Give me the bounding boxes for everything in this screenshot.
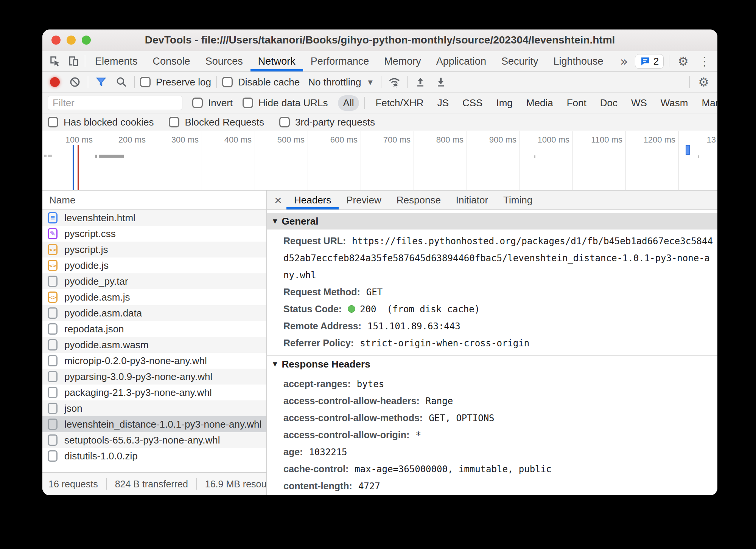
timeline-tick-label: 800 ms xyxy=(414,135,464,145)
filter-toggle-button[interactable] xyxy=(93,74,109,90)
requests-list: ≡levenshtein.html✎pyscript.css<>pyscript… xyxy=(42,210,266,472)
has-blocked-cookies-checkbox[interactable] xyxy=(48,117,58,127)
clear-network-log-button[interactable] xyxy=(67,74,82,90)
hide-data-urls-option: Hide data URLs xyxy=(243,97,328,109)
network-settings-gear-icon[interactable]: ⚙ xyxy=(695,75,712,89)
request-row[interactable]: pyodide.asm.wasm xyxy=(42,337,266,353)
third-party-requests-option: 3rd-party requests xyxy=(279,116,375,128)
tab-elements[interactable]: Elements xyxy=(87,51,145,71)
issues-counter[interactable]: 2 xyxy=(635,54,664,69)
request-row[interactable]: ≡levenshtein.html xyxy=(42,210,266,226)
tab-console[interactable]: Console xyxy=(145,51,198,71)
request-row[interactable]: pyparsing-3.0.9-py3-none-any.whl xyxy=(42,369,266,385)
request-row[interactable]: distutils-1.0.0.zip xyxy=(42,448,266,464)
timeline-tick-label: 600 ms xyxy=(308,135,358,145)
request-row[interactable]: pyodide_py.tar xyxy=(42,273,266,289)
divider xyxy=(689,76,690,88)
request-row[interactable]: json xyxy=(42,400,266,416)
divider xyxy=(216,76,217,88)
generic-file-icon xyxy=(48,371,58,382)
network-conditions-button[interactable] xyxy=(387,74,402,90)
timeline-tick-label: 100 ms xyxy=(44,135,93,145)
tab-network[interactable]: Network xyxy=(250,51,303,71)
detail-tab-initiator[interactable]: Initiator xyxy=(448,191,496,209)
tab-performance[interactable]: Performance xyxy=(303,51,377,71)
filter-type-fetch-xhr[interactable]: Fetch/XHR xyxy=(370,95,429,111)
request-row[interactable]: levenshtein_distance-1.0.1-py3-none-any.… xyxy=(42,416,266,432)
request-row[interactable]: micropip-0.2.0-py3-none-any.whl xyxy=(42,353,266,369)
request-row[interactable]: repodata.json xyxy=(42,321,266,337)
more-tabs-chevron-icon[interactable]: » xyxy=(617,54,631,69)
kebab-menu-icon[interactable]: ⋮ xyxy=(695,54,714,68)
blocked-requests-checkbox[interactable] xyxy=(169,117,179,127)
timeline-tick-label: 1100 ms xyxy=(573,135,622,145)
import-har-button[interactable] xyxy=(413,74,428,90)
response-header-rows: accept-ranges:bytesaccess-control-allow-… xyxy=(267,375,717,495)
detail-tab-timing[interactable]: Timing xyxy=(496,191,540,209)
disable-cache-label: Disable cache xyxy=(238,76,300,88)
network-overview-timeline[interactable]: 100 ms200 ms300 ms400 ms500 ms600 ms700 … xyxy=(42,131,717,191)
divider xyxy=(106,478,107,490)
generic-file-icon xyxy=(48,450,58,462)
request-row[interactable]: <>pyscript.js xyxy=(42,242,266,257)
tab-memory[interactable]: Memory xyxy=(376,51,429,71)
tab-lighthouse[interactable]: Lighthouse xyxy=(546,51,611,71)
response-headers-section-header[interactable]: ▼ Response Headers xyxy=(267,356,717,372)
general-section-header[interactable]: ▼ General xyxy=(267,213,717,230)
timeline-gridline xyxy=(467,131,467,190)
detail-tab-response[interactable]: Response xyxy=(389,191,448,209)
filter-type-js[interactable]: JS xyxy=(432,95,454,111)
request-row[interactable]: setuptools-65.6.3-py3-none-any.whl xyxy=(42,432,266,448)
filter-type-font[interactable]: Font xyxy=(562,95,592,111)
throttling-select[interactable]: No throttling ▼ xyxy=(305,76,376,88)
summary-resources: 16.9 MB resources xyxy=(205,479,266,490)
filter-type-doc[interactable]: Doc xyxy=(595,95,623,111)
filter-type-img[interactable]: Img xyxy=(491,95,518,111)
preserve-log-checkbox[interactable] xyxy=(140,77,151,87)
divider xyxy=(381,76,381,88)
request-row[interactable]: packaging-21.3-py3-none-any.whl xyxy=(42,385,266,400)
export-har-button[interactable] xyxy=(433,74,448,90)
generic-file-icon xyxy=(48,434,58,446)
timeline-activity-mark xyxy=(534,155,535,158)
timeline-selected-request-bar xyxy=(686,145,690,155)
name-column-header[interactable]: Name xyxy=(42,191,266,210)
detail-tab-headers[interactable]: Headers xyxy=(286,191,339,209)
filter-type-ws[interactable]: WS xyxy=(626,95,652,111)
request-row[interactable]: <>pyodide.asm.js xyxy=(42,289,266,305)
throttling-value: No throttling xyxy=(308,76,361,88)
timeline-gridline xyxy=(625,131,626,190)
request-row[interactable]: pyodide.asm.data xyxy=(42,305,266,321)
request-name: micropip-0.2.0-py3-none-any.whl xyxy=(64,355,207,367)
device-toolbar-button[interactable] xyxy=(64,51,82,71)
third-party-requests-checkbox[interactable] xyxy=(279,117,290,127)
detail-tab-preview[interactable]: Preview xyxy=(339,191,389,209)
timeline-gridline xyxy=(678,131,679,190)
filter-type-all[interactable]: All xyxy=(338,95,359,111)
network-conditions-icon xyxy=(388,76,401,88)
js-file-icon: <> xyxy=(48,260,58,271)
download-icon xyxy=(435,76,447,88)
filter-type-media[interactable]: Media xyxy=(521,95,558,111)
filter-type-css[interactable]: CSS xyxy=(457,95,488,111)
tab-security[interactable]: Security xyxy=(494,51,546,71)
general-rows: Request URL:https://files.pythonhosted.o… xyxy=(267,233,717,352)
filter-type-manifest[interactable]: Manifest xyxy=(697,95,718,111)
tab-application[interactable]: Application xyxy=(429,51,494,71)
disable-cache-checkbox[interactable] xyxy=(222,77,233,87)
timeline-tick-label: 900 ms xyxy=(467,135,516,145)
hide-data-urls-checkbox[interactable] xyxy=(243,98,253,108)
record-network-log-button[interactable] xyxy=(50,77,60,87)
request-row[interactable]: <>pyodide.js xyxy=(42,257,266,273)
request-name: levenshtein.html xyxy=(64,212,135,224)
invert-checkbox[interactable] xyxy=(192,98,203,108)
inspect-element-button[interactable] xyxy=(46,51,64,71)
close-details-button[interactable]: × xyxy=(270,191,286,209)
settings-gear-icon[interactable]: ⚙ xyxy=(675,54,692,68)
filter-input[interactable] xyxy=(48,96,182,110)
search-button[interactable] xyxy=(114,74,129,90)
header-key: Request URL: xyxy=(283,236,346,246)
filter-type-wasm[interactable]: Wasm xyxy=(655,95,694,111)
tab-sources[interactable]: Sources xyxy=(198,51,250,71)
request-row[interactable]: ✎pyscript.css xyxy=(42,226,266,242)
